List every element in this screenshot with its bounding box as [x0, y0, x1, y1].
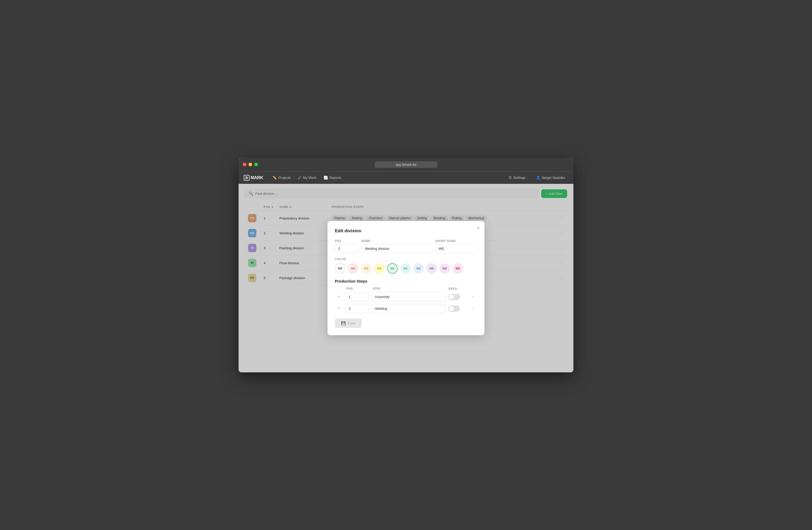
step-pos-input-2[interactable]: [345, 304, 369, 313]
color-option-green[interactable]: WE: [387, 263, 397, 274]
nav-user-label: Sergei Nadolko: [542, 176, 565, 180]
modal-form-row: POS NAME SHORT NAME: [335, 239, 477, 253]
maximize-button[interactable]: [254, 163, 258, 166]
name-label: NAME: [362, 239, 432, 242]
steps-col-area: AREA: [448, 287, 467, 290]
step-row-1: + −: [335, 292, 477, 302]
step-name-input-2[interactable]: [372, 304, 446, 313]
short-name-input[interactable]: [435, 244, 477, 253]
color-label: COLOR: [335, 257, 477, 261]
color-option-pink[interactable]: WE: [452, 263, 463, 274]
nav-settings-label: Settings: [513, 176, 525, 180]
color-option-yellow[interactable]: WE: [374, 263, 385, 274]
logo-text: MARK: [251, 176, 263, 180]
save-icon: 💾: [341, 321, 346, 325]
nav-right: ☰ Settings 👤 Sergei Nadolko: [505, 174, 568, 181]
save-button[interactable]: 💾 Save: [335, 318, 362, 328]
logo-box: B: [244, 175, 249, 181]
step-area-toggle-1[interactable]: [448, 294, 460, 300]
steps-col-step: STEP: [373, 287, 446, 290]
color-option-indigo[interactable]: WE: [426, 263, 437, 274]
app-window: app.bmark.ee B MARK ✏️ Projects 🖊 My Wor…: [238, 158, 574, 372]
step-add-button-2[interactable]: +: [335, 306, 343, 311]
color-option-orange[interactable]: WE: [361, 263, 372, 274]
steps-col-add: [336, 287, 344, 290]
color-option-blue[interactable]: WE: [413, 263, 424, 274]
pencil-icon: ✏️: [273, 176, 277, 180]
url-bar[interactable]: app.bmark.ee: [375, 161, 437, 168]
color-option-teal[interactable]: WE: [400, 263, 411, 274]
production-steps-section: Production Steps POS STEP AREA +: [335, 279, 477, 313]
edit-division-modal: Edit division × POS NAME SHORT NAME: [328, 221, 484, 335]
name-group: NAME: [362, 239, 432, 253]
modal-title: Edit division: [335, 228, 477, 234]
nav-reports[interactable]: 📈 Reports: [320, 174, 345, 181]
clock-icon: 🖊: [298, 176, 301, 180]
steps-col-remove: [469, 287, 477, 290]
main-content: 🔍 + Add New POS ⇅ NAME ⇅ PRODUCTION STEP…: [238, 184, 574, 372]
short-name-label: SHORT NAME: [435, 239, 477, 242]
color-option-white[interactable]: WE: [335, 263, 345, 274]
step-pos-input-1[interactable]: [345, 292, 369, 302]
traffic-lights: [243, 163, 258, 166]
steps-table-header: POS STEP AREA: [335, 287, 477, 290]
step-remove-button-2[interactable]: −: [469, 306, 477, 311]
user-icon: 👤: [536, 176, 540, 180]
minimize-button[interactable]: [248, 163, 252, 166]
steps-col-pos: POS: [346, 287, 370, 290]
step-remove-button-1[interactable]: −: [469, 294, 477, 299]
nav-projects-label: Projects: [278, 176, 291, 180]
name-input[interactable]: [362, 244, 432, 253]
chart-icon: 📈: [323, 176, 328, 180]
save-label: Save: [348, 321, 356, 325]
navbar: B MARK ✏️ Projects 🖊 My Work 📈 Reports ☰…: [238, 171, 574, 184]
nav-mywork-label: My Work: [303, 176, 316, 180]
step-add-button-1[interactable]: +: [335, 294, 343, 299]
titlebar: app.bmark.ee: [238, 158, 574, 171]
pos-group: POS: [335, 239, 358, 253]
step-name-input-1[interactable]: [372, 292, 446, 302]
step-row-2: + −: [335, 304, 477, 313]
color-option-red[interactable]: WE: [348, 263, 358, 274]
short-name-group: SHORT NAME: [435, 239, 477, 253]
logo[interactable]: B MARK: [244, 175, 263, 181]
color-option-purple[interactable]: WE: [439, 263, 450, 274]
settings-icon: ☰: [509, 176, 512, 180]
nav-projects[interactable]: ✏️ Projects: [270, 174, 294, 181]
nav-settings[interactable]: ☰ Settings: [505, 174, 529, 181]
color-section: COLOR WE WE WE WE WE WE WE WE WE WE: [335, 257, 477, 274]
step-area-toggle-2[interactable]: [448, 306, 460, 312]
modal-overlay: Edit division × POS NAME SHORT NAME: [238, 184, 574, 372]
modal-close-button[interactable]: ×: [477, 226, 480, 231]
nav-user[interactable]: 👤 Sergei Nadolko: [533, 174, 568, 181]
pos-label: POS: [335, 239, 358, 242]
color-options: WE WE WE WE WE WE WE WE WE WE: [335, 263, 477, 274]
close-button[interactable]: [243, 163, 246, 166]
nav-reports-label: Reports: [329, 176, 342, 180]
nav-mywork[interactable]: 🖊 My Work: [295, 174, 319, 181]
production-steps-title: Production Steps: [335, 279, 477, 283]
pos-input[interactable]: [335, 244, 358, 253]
